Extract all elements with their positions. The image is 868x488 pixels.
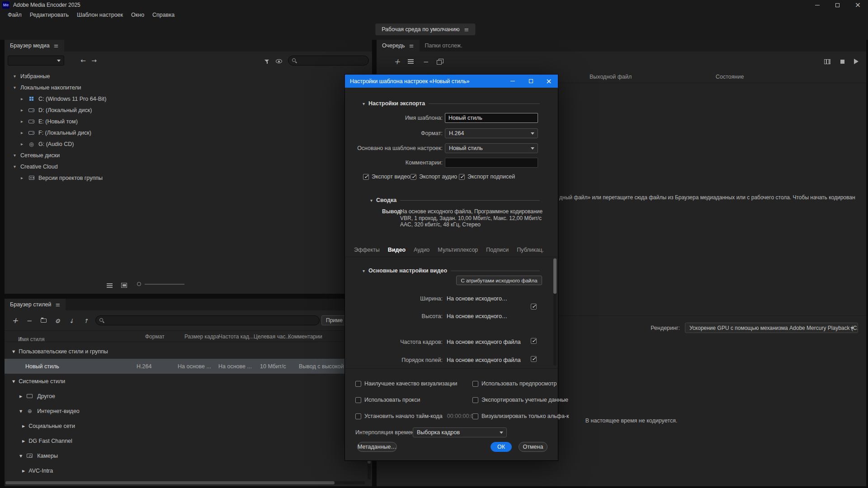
menu-help[interactable]: Справка	[148, 12, 179, 18]
preset-browser-tab[interactable]: Браузер стилей	[5, 299, 66, 310]
chevron-down-icon[interactable]: ▾	[363, 101, 365, 106]
filter-icon[interactable]	[264, 58, 269, 66]
chevron-right-icon[interactable]	[19, 108, 24, 113]
group-user-presets[interactable]: Пользовательские стили и группы	[5, 344, 372, 359]
queue-settings-icon[interactable]	[822, 56, 833, 66]
chevron-down-icon[interactable]	[12, 74, 17, 79]
tree-item-creative-cloud[interactable]: Creative Cloud	[5, 161, 372, 172]
apply-preset-button[interactable]: Приме	[321, 315, 347, 325]
column-target-rate[interactable]: Целевая час...	[254, 333, 290, 340]
best-quality-checkbox[interactable]: Наилучшее качество визуализации	[355, 379, 458, 388]
close-button[interactable]	[848, 0, 868, 10]
tab-effects[interactable]: Эффекты	[354, 247, 380, 253]
maximize-button[interactable]	[827, 0, 848, 10]
section-summary[interactable]: ▾ Сводка	[370, 197, 540, 203]
add-source-button[interactable]	[392, 56, 402, 66]
group-social-media[interactable]: Социальные сети	[5, 418, 372, 433]
workspace-menu-icon[interactable]	[464, 26, 469, 33]
group-dg-fast-channel[interactable]: DG Fast Channel	[5, 433, 372, 448]
use-proxies-checkbox[interactable]: Использовать прокси	[355, 395, 420, 404]
tab-audio[interactable]: Аудио	[414, 247, 429, 253]
preview-eye-icon[interactable]	[276, 57, 282, 66]
tab-multiplexer[interactable]: Мультиплексор	[438, 247, 478, 253]
comments-input[interactable]	[445, 158, 538, 168]
add-output-button[interactable]	[405, 56, 416, 66]
tree-item-drive-c[interactable]: C: (Windows 11 Pro 64-Bit)	[5, 93, 372, 104]
chevron-right-icon[interactable]	[22, 437, 25, 444]
use-previews-checkbox[interactable]: Использовать предпросмотр	[472, 379, 557, 388]
tree-item-team-projects[interactable]: Версии проектов группы	[5, 172, 372, 183]
minimize-button[interactable]	[807, 0, 827, 10]
preset-row-new-style[interactable]: Новый стиль H.264 На основе ... На основ…	[5, 359, 372, 374]
time-interpolation-dropdown[interactable]: Выборка кадров	[413, 427, 507, 437]
remove-button[interactable]	[420, 56, 431, 66]
thumbnail-view-icon[interactable]	[121, 282, 127, 290]
forward-button[interactable]: →	[90, 56, 99, 66]
tree-item-drive-d[interactable]: D: (Локальный диск)	[5, 104, 372, 116]
chevron-down-icon[interactable]	[19, 408, 22, 414]
media-browser-tab[interactable]: Браузер медиа	[5, 40, 64, 52]
metadata-button[interactable]: Метаданные…	[357, 442, 397, 452]
column-frame-size[interactable]: Размер кадра	[184, 333, 219, 340]
chevron-right-icon[interactable]	[19, 141, 24, 146]
panel-menu-icon[interactable]	[409, 42, 414, 49]
dialog-scrollbar-thumb[interactable]	[553, 258, 557, 294]
stop-queue-button[interactable]	[837, 56, 848, 66]
duplicate-button[interactable]	[434, 56, 445, 66]
zoom-slider-knob[interactable]	[137, 282, 141, 286]
menu-edit[interactable]: Редактировать	[26, 12, 73, 18]
tab-video[interactable]: Видео	[388, 247, 406, 253]
match-width-height-checkbox[interactable]	[531, 304, 537, 310]
column-frame-rate[interactable]: Частота кад...	[219, 333, 254, 340]
dialog-titlebar[interactable]: Настройки шаблона настроек «Новый стиль»	[345, 75, 558, 88]
back-button[interactable]: ←	[79, 56, 88, 66]
checkbox[interactable]	[410, 174, 416, 180]
chevron-down-icon[interactable]	[19, 452, 22, 459]
match-field-order-checkbox[interactable]	[531, 356, 537, 362]
checkbox[interactable]	[355, 413, 361, 419]
preset-search-input[interactable]	[107, 316, 316, 324]
tree-item-local-drives[interactable]: Локальные накопители	[5, 82, 372, 93]
import-preset-button[interactable]	[66, 315, 77, 326]
format-dropdown[interactable]: H.264	[445, 128, 538, 138]
media-search-input[interactable]	[299, 56, 366, 65]
checkbox[interactable]	[355, 397, 361, 403]
tree-item-network-drives[interactable]: Сетевые диски	[5, 150, 372, 161]
based-on-dropdown[interactable]: Новый стиль	[445, 143, 538, 153]
tab-queue[interactable]: Очередь	[377, 40, 420, 52]
panel-menu-icon[interactable]	[54, 42, 59, 49]
render-alpha-only-checkbox[interactable]: Визуализировать только альфа-к	[472, 412, 569, 421]
group-cameras[interactable]: Камеры	[5, 448, 372, 463]
chevron-down-icon[interactable]	[12, 85, 17, 90]
chevron-down-icon[interactable]	[12, 153, 17, 158]
tab-captions[interactable]: Подписи	[486, 247, 509, 253]
chevron-down-icon[interactable]: ▾	[370, 198, 373, 203]
menu-preset[interactable]: Шаблон настроек	[73, 12, 127, 18]
zoom-slider-track[interactable]	[145, 284, 184, 285]
chevron-right-icon[interactable]	[19, 393, 22, 399]
column-comments[interactable]: Комментарии	[288, 333, 322, 340]
export-captions-checkbox[interactable]: Экспорт подписей	[459, 172, 515, 181]
checkbox[interactable]	[459, 174, 465, 180]
chevron-right-icon[interactable]	[22, 422, 25, 429]
chevron-down-icon[interactable]	[12, 348, 15, 355]
list-view-icon[interactable]	[107, 282, 113, 290]
chevron-right-icon[interactable]	[19, 130, 24, 135]
horizontal-scrollbar-thumb[interactable]	[5, 481, 335, 484]
tree-item-favorites[interactable]: Избранные	[5, 70, 372, 82]
media-location-dropdown[interactable]	[8, 56, 64, 66]
checkbox[interactable]	[472, 413, 478, 419]
dialog-maximize-button[interactable]	[522, 75, 540, 88]
remove-preset-button[interactable]	[24, 315, 34, 326]
chevron-right-icon[interactable]	[19, 175, 24, 180]
export-audio-checkbox[interactable]: Экспорт аудио	[410, 172, 457, 181]
workspace-tab[interactable]: Рабочая среда по умолчанию	[375, 23, 475, 35]
export-video-checkbox[interactable]: Экспорт видео	[363, 172, 410, 181]
checkbox[interactable]	[472, 397, 478, 403]
cancel-button[interactable]: Отмена	[519, 442, 547, 452]
renderer-dropdown[interactable]: Ускорение GPU с помощью механизма Adobe …	[685, 323, 858, 333]
checkbox[interactable]	[472, 381, 478, 387]
group-system-presets[interactable]: Системные стили	[5, 374, 372, 389]
tab-publish[interactable]: Публикац.	[517, 247, 544, 253]
start-queue-button[interactable]	[851, 56, 862, 66]
